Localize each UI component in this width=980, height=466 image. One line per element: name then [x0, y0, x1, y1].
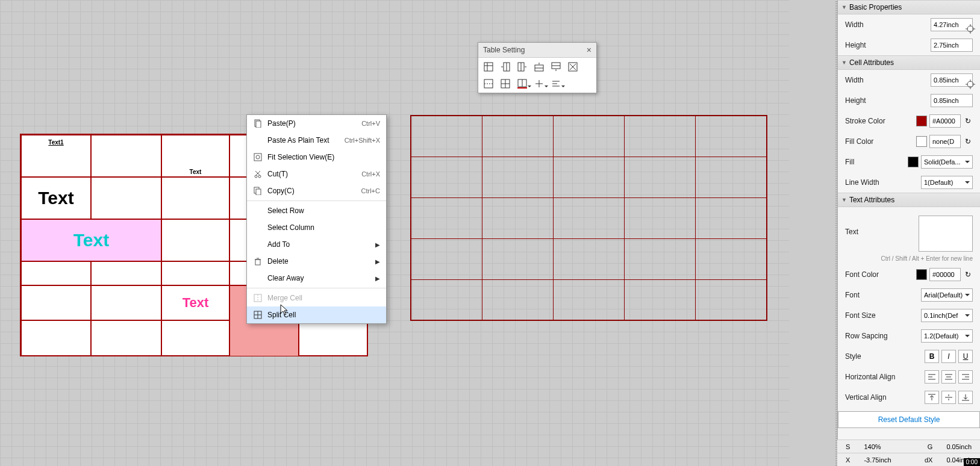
cell-r6c5[interactable]	[299, 320, 368, 356]
cm-split-cell[interactable]: Split Cell	[247, 306, 386, 323]
cell-r1c3[interactable]: Text	[161, 135, 229, 177]
stroke-color-input[interactable]	[929, 114, 961, 128]
close-icon[interactable]: ×	[587, 45, 591, 55]
paste-icon	[253, 119, 263, 128]
context-menu[interactable]: Paste(P)Ctrl+V Paste As Plain TextCtrl+S…	[246, 114, 387, 324]
svg-rect-0	[484, 63, 493, 71]
split-icon	[253, 310, 263, 320]
cm-select-column[interactable]: Select Column	[247, 219, 386, 236]
insert-col-left-icon[interactable]	[500, 61, 511, 72]
insert-table-icon[interactable]	[483, 61, 494, 72]
table-setting-body	[478, 58, 596, 93]
border-color-icon[interactable]	[517, 78, 528, 89]
cm-add-to[interactable]: Add To▶	[247, 236, 386, 253]
cm-delete[interactable]: Delete▶	[247, 253, 386, 270]
valign-top-button[interactable]	[925, 391, 939, 404]
font-color-input[interactable]	[929, 268, 961, 281]
font-select[interactable]: Arial(Default)	[921, 288, 973, 302]
insert-row-below-icon[interactable]	[551, 61, 561, 72]
basic-height-input[interactable]	[931, 39, 973, 52]
status-row-top: S 140% G 0.05inch	[837, 440, 980, 453]
cm-paste-plain[interactable]: Paste As Plain TextCtrl+Shift+X	[247, 132, 386, 149]
cm-separator	[247, 288, 386, 288]
refresh-icon[interactable]: ↻	[963, 137, 973, 146]
cell-height-input[interactable]	[931, 94, 973, 107]
fill-color-input[interactable]	[929, 135, 961, 148]
cell-r2c1[interactable]: Text	[21, 177, 91, 219]
halign-center-button[interactable]	[941, 370, 956, 384]
properties-panel: ▼Basic Properties Width Height ▼Cell Att…	[837, 0, 980, 466]
cell-r4c3[interactable]	[161, 261, 229, 285]
underline-button[interactable]: U	[958, 350, 973, 363]
valign-middle-button[interactable]	[941, 391, 956, 404]
cell-r4c1[interactable]	[21, 261, 91, 285]
text3-label: Text	[190, 169, 202, 175]
merge-cells-icon[interactable]	[483, 78, 494, 89]
cell-r5c3[interactable]: Text	[161, 285, 229, 320]
fill-color-swatch[interactable]	[916, 136, 927, 147]
bold-button[interactable]: B	[925, 350, 939, 363]
delete-table-icon[interactable]	[567, 61, 578, 72]
cm-cut[interactable]: Cut(T)Ctrl+X	[247, 166, 386, 182]
refresh-icon[interactable]: ↻	[963, 270, 973, 279]
split-cell-icon[interactable]	[500, 78, 511, 89]
fill-swatch	[908, 157, 919, 167]
right-table[interactable]	[410, 115, 767, 321]
text-textarea[interactable]	[919, 216, 973, 252]
cm-fit-selection[interactable]: Fit Selection View(E)	[247, 149, 386, 166]
text-attributes-header[interactable]: ▼Text Attributes	[838, 193, 980, 207]
cell-r3c3[interactable]	[161, 219, 229, 261]
target-icon[interactable]	[964, 23, 976, 35]
height-label: Height	[845, 41, 928, 49]
cm-select-row[interactable]: Select Row	[247, 202, 386, 219]
insert-row-above-icon[interactable]	[534, 61, 545, 72]
cell-r1c1[interactable]: Text1	[21, 135, 91, 177]
line-width-select[interactable]: 1(Default)	[921, 176, 973, 189]
fit-icon	[253, 152, 263, 162]
cell-r6c3[interactable]	[161, 320, 229, 356]
table-setting-header[interactable]: Table Setting ×	[478, 43, 596, 58]
bigtext-label: Text	[38, 188, 73, 208]
halign-left-button[interactable]	[925, 370, 939, 384]
table-setting-panel[interactable]: Table Setting ×	[478, 42, 597, 93]
insert-col-right-icon[interactable]	[517, 61, 528, 72]
reset-default-style-button[interactable]: Reset Default Style	[838, 411, 980, 428]
halign-icon[interactable]	[551, 78, 561, 89]
svg-point-53	[967, 81, 973, 87]
row-spacing-select[interactable]: 1.2(Default)	[921, 329, 973, 343]
cm-copy[interactable]: Copy(C)Ctrl+C	[247, 182, 386, 199]
valign-bottom-button[interactable]	[958, 391, 973, 404]
cm-separator	[247, 200, 386, 201]
cell-r6c2[interactable]	[91, 320, 161, 356]
cell-r3-merged[interactable]: Text	[21, 219, 161, 261]
basic-properties-header[interactable]: ▼Basic Properties	[838, 0, 980, 14]
cell-attributes-header[interactable]: ▼Cell Attributes	[838, 55, 980, 70]
valign-icon[interactable]	[534, 78, 545, 89]
stroke-color-swatch[interactable]	[916, 116, 927, 126]
refresh-icon[interactable]: ↻	[963, 116, 973, 126]
svg-point-33	[256, 155, 260, 159]
cell-r5c2[interactable]	[91, 285, 161, 320]
italic-button[interactable]: I	[941, 350, 956, 363]
chevron-right-icon: ▶	[375, 275, 380, 282]
cm-clear-away[interactable]: Clear Away▶	[247, 270, 386, 287]
font-color-swatch[interactable]	[916, 269, 927, 280]
cell-r4c2[interactable]	[91, 261, 161, 285]
svg-point-48	[967, 26, 973, 32]
chevron-right-icon: ▶	[375, 258, 380, 265]
target-icon[interactable]	[964, 78, 976, 90]
cell-r2c2[interactable]	[91, 177, 161, 219]
collapse-icon: ▼	[841, 197, 847, 203]
svg-line-36	[256, 171, 260, 175]
cell-r2c3[interactable]	[161, 177, 229, 219]
cell-r1c2[interactable]	[91, 135, 161, 177]
fill-select[interactable]: Solid(Defa...	[921, 155, 973, 169]
collapse-icon: ▼	[841, 4, 847, 10]
font-size-select[interactable]: 0.1inch(Def	[921, 309, 973, 322]
halign-right-button[interactable]	[958, 370, 973, 384]
cell-r6c1[interactable]	[21, 320, 91, 356]
cm-paste[interactable]: Paste(P)Ctrl+V	[247, 115, 386, 132]
cell-r5c1[interactable]	[21, 285, 91, 320]
merge-icon	[253, 293, 263, 303]
svg-point-35	[258, 175, 261, 178]
